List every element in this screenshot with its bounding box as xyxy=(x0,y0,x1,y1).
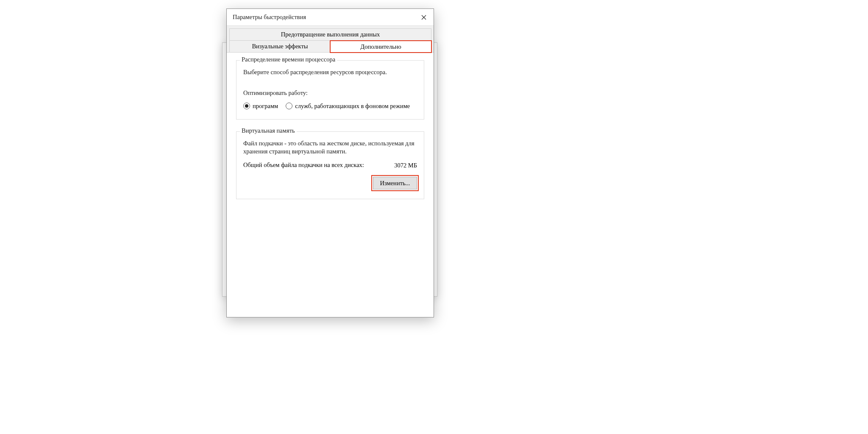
tab-dep[interactable]: Предотвращение выполнения данных xyxy=(229,28,431,40)
radio-programs-label: программ xyxy=(253,103,278,110)
virtual-memory-group: Виртуальная память Файл подкачки - это о… xyxy=(236,131,424,200)
vm-total-value: 3072 МБ xyxy=(394,162,417,169)
cpu-scheduling-group: Распределение времени процессора Выберит… xyxy=(236,60,424,120)
close-button[interactable] xyxy=(414,9,434,26)
radio-background-services[interactable]: служб, работающающих в фоновом режиме xyxy=(286,103,410,110)
radio-dot-icon xyxy=(286,103,292,109)
performance-options-dialog: Параметры быстродействия Предотвращение … xyxy=(226,8,434,317)
radio-dot-icon xyxy=(243,103,250,109)
close-icon xyxy=(421,15,426,20)
tab-visual-effects[interactable]: Визуальные эффекты xyxy=(229,40,331,52)
dialog-title: Параметры быстродействия xyxy=(227,14,414,21)
cpu-legend: Распределение времени процессора xyxy=(240,56,337,63)
titlebar: Параметры быстродействия xyxy=(227,9,434,26)
tabs: Предотвращение выполнения данных Визуаль… xyxy=(227,26,434,53)
radio-programs[interactable]: программ xyxy=(243,103,278,110)
windows-logo-watermark xyxy=(559,81,804,343)
dialog-content: Распределение времени процессора Выберит… xyxy=(227,53,434,317)
radio-services-label: служб, работающающих в фоновом режиме xyxy=(295,103,410,110)
change-button[interactable]: Изменить... xyxy=(373,177,417,189)
vm-legend: Виртуальная память xyxy=(240,127,297,134)
tab-advanced[interactable]: Дополнительно xyxy=(330,41,431,53)
cpu-desc: Выберите способ распределения ресурсов п… xyxy=(243,68,417,77)
cpu-subhead: Оптимизировать работу: xyxy=(243,89,417,97)
vm-desc: Файл подкачки - это область на жестком д… xyxy=(243,139,417,156)
cpu-radio-row: программ служб, работающающих в фоновом … xyxy=(243,103,417,110)
vm-total-label: Общий объем файла подкачки на всех диска… xyxy=(243,161,394,170)
